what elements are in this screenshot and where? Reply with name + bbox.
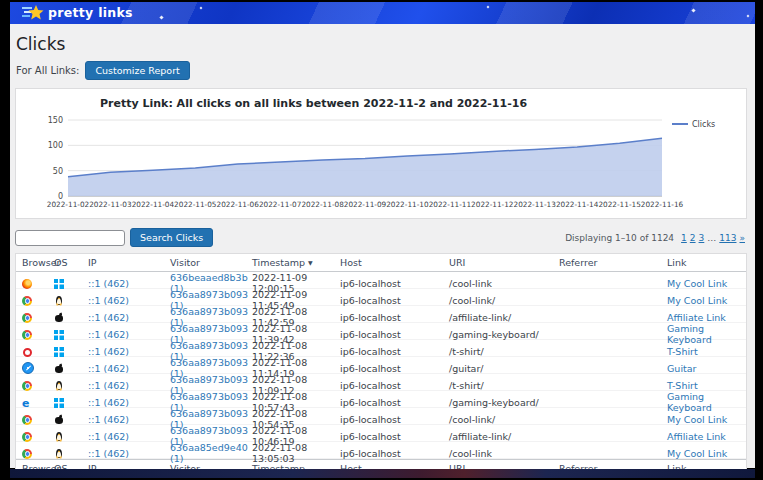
windows-os-icon [54, 279, 64, 289]
host-value: ip6-localhost [340, 431, 401, 442]
pagination-page-3[interactable]: 3 [699, 233, 705, 243]
visitor-link[interactable]: 636aa85ed9e40 (1) [170, 442, 248, 464]
apple-os-icon [54, 415, 64, 425]
pagination-page-2[interactable]: 2 [690, 233, 696, 243]
ip-link[interactable]: ::1 (462) [88, 312, 129, 323]
apple-os-icon [54, 364, 64, 374]
link-link[interactable]: Gaming Keyboard [667, 323, 712, 345]
windows-os-icon [54, 347, 64, 357]
table-header-row: BrowserOSIPVisitorTimestamp▼HostURIRefer… [16, 254, 746, 272]
timestamp-value: 2022-11-08 13:05:03 [252, 442, 307, 464]
column-header-host[interactable]: Host [340, 257, 449, 268]
column-header-link[interactable]: Link [667, 257, 740, 268]
host-value: ip6-localhost [340, 329, 401, 340]
svg-text:2022-11-10: 2022-11-10 [386, 200, 429, 209]
ip-link[interactable]: ::1 (462) [88, 363, 129, 374]
bottom-taskbar-strip [10, 469, 755, 478]
svg-text:50: 50 [53, 167, 63, 176]
host-value: ip6-localhost [340, 380, 401, 391]
ip-link[interactable]: ::1 (462) [88, 346, 129, 357]
pagination-ellipsis: … [707, 233, 716, 243]
column-header-ip[interactable]: IP [88, 257, 170, 268]
filter-label: For All Links: [16, 65, 79, 76]
host-value: ip6-localhost [340, 363, 401, 374]
table-row: ::1 (462)636aa8973b093 (1)2022-11-08 11:… [16, 374, 746, 391]
uri-value: /affiliate-link/ [449, 431, 511, 442]
link-link[interactable]: Affiliate Link [667, 431, 726, 442]
ip-link[interactable]: ::1 (462) [88, 448, 129, 459]
svg-text:2022-11-15: 2022-11-15 [598, 200, 640, 209]
search-toolbar: Search Clicks Displaying 1–10 of 1124123… [15, 228, 747, 247]
svg-text:2022-11-03: 2022-11-03 [89, 200, 132, 209]
link-link[interactable]: My Cool Link [667, 295, 727, 306]
host-value: ip6-localhost [340, 414, 401, 425]
uri-value: /cool-link/ [449, 414, 495, 425]
column-header-referrer[interactable]: Referrer [559, 257, 667, 268]
ip-link[interactable]: ::1 (462) [88, 414, 129, 425]
svg-text:2022-11-12: 2022-11-12 [471, 200, 513, 209]
link-link[interactable]: Gaming Keyboard [667, 391, 712, 413]
link-link[interactable]: T-Shirt [667, 380, 698, 391]
pagination-page-1[interactable]: 1 [681, 233, 687, 243]
linux-os-icon [54, 296, 64, 306]
pagination-summary: Displaying 1–10 of 1124 [565, 233, 674, 243]
uri-value: /cool-link [449, 278, 492, 289]
column-header-uri[interactable]: URI [449, 257, 559, 268]
svg-text:2022-11-14: 2022-11-14 [556, 200, 599, 209]
column-header-os[interactable]: OS [54, 257, 88, 268]
linux-os-icon [54, 449, 64, 459]
windows-os-icon [54, 330, 64, 340]
chrome-browser-icon [22, 381, 32, 391]
ip-link[interactable]: ::1 (462) [88, 329, 129, 340]
column-header-browser[interactable]: Browser [22, 257, 54, 268]
ip-link[interactable]: ::1 (462) [88, 431, 129, 442]
search-input[interactable] [15, 230, 125, 246]
svg-text:2022-11-04: 2022-11-04 [132, 200, 175, 209]
safari-browser-icon [22, 362, 34, 374]
host-value: ip6-localhost [340, 312, 401, 323]
search-clicks-button[interactable]: Search Clicks [130, 228, 213, 247]
sparkle-icon [200, 7, 203, 10]
pagination-page-113[interactable]: 113 [719, 233, 736, 243]
pagination-next[interactable]: » [739, 233, 745, 243]
link-link[interactable]: My Cool Link [667, 448, 727, 459]
link-link[interactable]: My Cool Link [667, 414, 727, 425]
uri-value: /t-shirt/ [449, 346, 484, 357]
uri-value: /gaming-keyboard/ [449, 329, 539, 340]
table-row: ::1 (462)636aa8973b093 (1)2022-11-08 11:… [16, 323, 746, 340]
sparkle-icon [747, 15, 750, 18]
svg-text:Clicks: Clicks [692, 120, 715, 129]
ip-link[interactable]: ::1 (462) [88, 278, 129, 289]
uri-value: /guitar/ [449, 363, 484, 374]
opera-browser-icon [23, 348, 32, 357]
edge-browser-icon [22, 398, 32, 408]
svg-text:2022-11-13: 2022-11-13 [513, 200, 556, 209]
chrome-browser-icon [22, 330, 32, 340]
svg-text:2022-11-09: 2022-11-09 [344, 200, 387, 209]
link-link[interactable]: My Cool Link [667, 278, 727, 289]
ip-link[interactable]: ::1 (462) [88, 397, 129, 408]
clicks-chart-svg: 0501001502022-11-022022-11-032022-11-042… [20, 112, 748, 212]
customize-report-button[interactable]: Customize Report [85, 61, 189, 80]
apple-os-icon [54, 313, 64, 323]
svg-text:2022-11-05: 2022-11-05 [174, 200, 216, 209]
svg-text:2022-11-16: 2022-11-16 [641, 200, 684, 209]
ip-link[interactable]: ::1 (462) [88, 380, 129, 391]
link-link[interactable]: Affiliate Link [667, 312, 726, 323]
link-link[interactable]: T-Shirt [667, 346, 698, 357]
sort-desc-icon: ▼ [308, 259, 313, 266]
host-value: ip6-localhost [340, 346, 401, 357]
ip-link[interactable]: ::1 (462) [88, 295, 129, 306]
svg-text:2022-11-07: 2022-11-07 [259, 200, 302, 209]
uri-value: /cool-link/ [449, 295, 495, 306]
column-header-visitor[interactable]: Visitor [170, 257, 252, 268]
chrome-browser-icon [22, 432, 32, 442]
link-link[interactable]: Guitar [667, 363, 696, 374]
linux-os-icon [54, 381, 64, 391]
page-title: Clicks [16, 34, 747, 54]
star-icon [22, 4, 44, 21]
svg-text:150: 150 [48, 116, 63, 125]
chrome-browser-icon [22, 296, 32, 306]
column-header-timestamp[interactable]: Timestamp▼ [252, 257, 340, 268]
firefox-browser-icon [22, 279, 32, 289]
